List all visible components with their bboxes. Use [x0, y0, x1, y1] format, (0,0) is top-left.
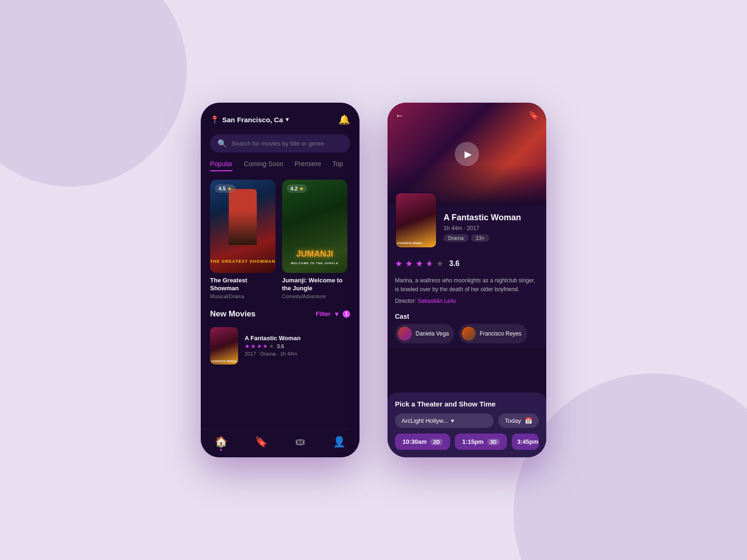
- cast-avatar-2: [462, 327, 476, 341]
- filter-button[interactable]: Filter ▼ 1: [316, 310, 350, 318]
- theater-chevron-icon: ▾: [451, 417, 454, 424]
- showtime-row: 10:30am 2D 1:15pm 3D 3:45pm: [395, 434, 539, 450]
- detail-tags: Drama 13+: [444, 234, 539, 242]
- showtime-1030-time: 10:30am: [402, 438, 427, 445]
- star-3: ★: [257, 343, 262, 350]
- detail-info: A Fantastic Woman 1h 44m · 2017 Drama 13…: [444, 211, 539, 248]
- date-selector[interactable]: Today 📅: [498, 413, 539, 428]
- movie-title-jumanji: Jumanji: Welcome to the Jungle: [282, 277, 350, 293]
- rating-large-number: 3.6: [449, 259, 459, 268]
- nav-active-dot: [220, 449, 222, 451]
- phones-container: 📍 San Francisco, Ca ▾ 🔔 🔍 Search for mov…: [201, 103, 546, 457]
- theater-section-title: Pick a Theater and Show Time: [395, 400, 539, 408]
- nav-bookmark[interactable]: 🔖: [255, 436, 268, 448]
- bookmark-button[interactable]: 🔖: [529, 110, 539, 120]
- bottom-nav: 🏠 🔖 🎟 👤: [201, 429, 359, 457]
- new-movie-title: A Fantastic Woman: [245, 335, 350, 342]
- movie-card-showman[interactable]: 4.5 ★ The Greatest Showman Musical/Drama: [210, 180, 275, 299]
- filter-count-badge: 1: [343, 310, 350, 318]
- showtime-115[interactable]: 1:15pm 3D: [455, 434, 507, 450]
- theater-selector[interactable]: ArcLight Hollyw... ▾: [395, 413, 493, 428]
- theater-name: ArcLight Hollyw...: [402, 417, 448, 424]
- director-row: Director: Sebastián Lelio: [395, 298, 539, 304]
- back-button[interactable]: ←: [395, 110, 404, 121]
- movie-detail: A Fantastic Woman 1h 44m · 2017 Drama 13…: [388, 205, 546, 254]
- cast-section: Cast Daniela Vega Francisco Reyes: [388, 309, 546, 348]
- detail-poster: [395, 192, 437, 248]
- filter-label: Filter: [316, 310, 331, 317]
- poster-showman: [210, 180, 275, 273]
- nav-ticket[interactable]: 🎟: [295, 436, 305, 448]
- tab-premiere[interactable]: Premiere: [295, 160, 321, 171]
- stars-row: ★ ★ ★ ★ ★ 3.6: [245, 343, 350, 350]
- director-label: Director:: [395, 298, 416, 304]
- tag-drama: Drama: [444, 234, 468, 242]
- tabs-row: Popular Coming Soon Premiere Top: [201, 160, 359, 173]
- calendar-icon: 📅: [525, 417, 532, 424]
- theater-section: Pick a Theater and Show Time ArcLight Ho…: [388, 392, 546, 457]
- pin-icon: 📍: [210, 115, 219, 124]
- detail-movie-title: A Fantastic Woman: [444, 213, 539, 223]
- star-5: ★: [269, 343, 274, 350]
- star-lg-3: ★: [416, 259, 423, 269]
- showtime-1030[interactable]: 10:30am 2D: [395, 434, 450, 450]
- movie-genre-showman: Musical/Drama: [210, 294, 275, 299]
- showtime-1030-format: 2D: [430, 439, 443, 445]
- new-movie-info: A Fantastic Woman ★ ★ ★ ★ ★ 3.6 2017 · D…: [245, 335, 350, 357]
- cast-name-1: Daniela Vega: [416, 330, 449, 337]
- movie-card-jumanji[interactable]: 4.2 ★ Jumanji: Welcome to the Jungle Com…: [282, 180, 350, 299]
- movie-title-showman: The Greatest Showman: [210, 277, 275, 293]
- cast-title: Cast: [395, 313, 539, 320]
- star-lg-half: ★: [426, 259, 433, 269]
- left-header: 📍 San Francisco, Ca ▾ 🔔: [201, 103, 359, 131]
- nav-profile[interactable]: 👤: [333, 436, 345, 448]
- filter-icon: ▼: [333, 310, 340, 318]
- right-phone: ← 🔖 ▶ A Fantastic Woman 1h 44m · 2017: [388, 103, 546, 457]
- nav-home[interactable]: 🏠: [215, 436, 227, 448]
- movie-meta: 2017 · Drama · 1h 44m: [245, 351, 350, 357]
- search-bar[interactable]: 🔍 Search for movies by title or genre: [210, 134, 350, 153]
- new-movies-header: New Movies Filter ▼ 1: [201, 304, 359, 322]
- tab-popular[interactable]: Popular: [210, 160, 233, 171]
- star-1: ★: [245, 343, 250, 350]
- cast-item-1[interactable]: Daniela Vega: [395, 324, 454, 343]
- cast-avatar-1: [398, 327, 412, 341]
- location-text: San Francisco, Ca: [222, 116, 283, 124]
- left-phone: 📍 San Francisco, Ca ▾ 🔔 🔍 Search for mov…: [201, 103, 359, 457]
- star-icon: ★: [227, 186, 232, 191]
- movie-genre-jumanji: Comedy/Adventure: [282, 294, 350, 299]
- cast-name-2: Francisco Reyes: [479, 330, 521, 337]
- rating-badge-jumanji: 4.2 ★: [287, 184, 307, 193]
- location-row[interactable]: 📍 San Francisco, Ca ▾: [210, 115, 289, 124]
- showtime-345-time: 3:45pm: [517, 438, 539, 445]
- featured-movies-row: 4.5 ★ The Greatest Showman Musical/Drama…: [201, 173, 359, 304]
- tab-top[interactable]: Top: [332, 160, 343, 171]
- search-icon: 🔍: [218, 139, 227, 148]
- director-name: Sebastián Lelio: [418, 298, 456, 304]
- star-lg-2: ★: [405, 259, 413, 269]
- detail-duration: 1h 44m · 2017: [444, 225, 539, 231]
- chevron-down-icon: ▾: [286, 116, 289, 123]
- date-label: Today: [505, 417, 521, 424]
- tag-rating: 13+: [471, 234, 489, 242]
- cast-item-2[interactable]: Francisco Reyes: [459, 324, 527, 343]
- star-lg-1: ★: [395, 259, 402, 269]
- cast-row: Daniela Vega Francisco Reyes: [395, 324, 539, 343]
- bg-decoration-1: [0, 0, 187, 187]
- description-text: Marina, a waitress who moonlights as a n…: [395, 276, 539, 294]
- new-movies-title: New Movies: [210, 309, 255, 319]
- new-movie-item[interactable]: A Fantastic Woman ★ ★ ★ ★ ★ 3.6 2017 · D…: [201, 322, 359, 369]
- star-lg-5: ★: [436, 259, 444, 269]
- tab-coming-soon[interactable]: Coming Soon: [244, 160, 283, 171]
- search-placeholder: Search for movies by title or genre: [232, 140, 324, 147]
- description-section: Marina, a waitress who moonlights as a n…: [388, 273, 546, 309]
- new-movie-thumbnail: [210, 327, 238, 364]
- play-icon: ▶: [465, 148, 472, 160]
- poster-jumanji: [282, 180, 347, 273]
- showtime-115-format: 3D: [487, 439, 500, 445]
- showtime-345[interactable]: 3:45pm: [512, 434, 539, 450]
- star-2: ★: [251, 343, 256, 350]
- rating-badge-showman: 4.5 ★: [215, 184, 235, 193]
- play-button[interactable]: ▶: [455, 142, 479, 166]
- bell-icon[interactable]: 🔔: [338, 114, 350, 125]
